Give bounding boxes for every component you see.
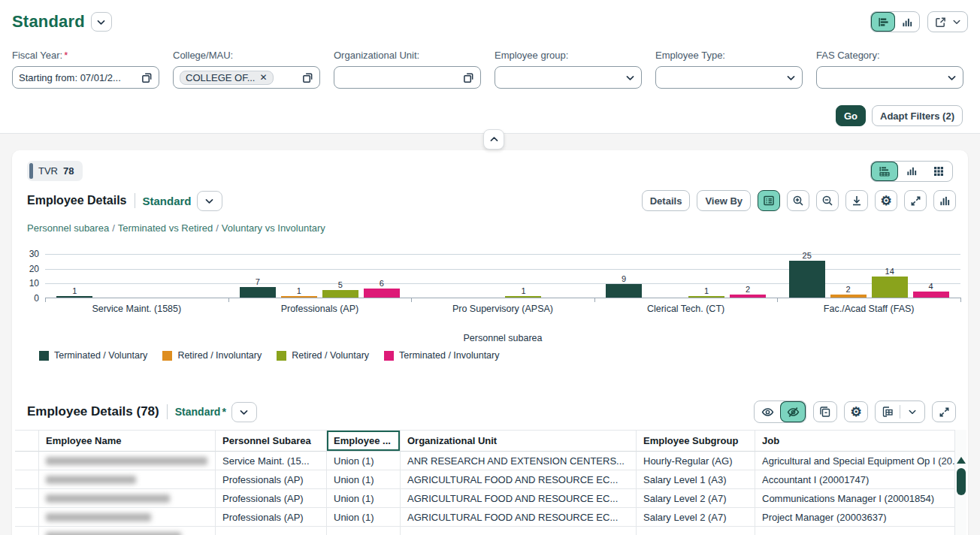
table-variant-chevron-button[interactable]	[231, 402, 257, 422]
collapse-header-button[interactable]	[483, 129, 504, 150]
toggle-legend-button[interactable]	[758, 190, 780, 211]
hide-details-button[interactable]	[780, 401, 806, 422]
chart-bar[interactable]	[240, 287, 276, 298]
filter-token[interactable]: COLLEGE OF...✕	[180, 71, 274, 85]
chart-settings-button[interactable]: ⚙	[875, 190, 897, 211]
row-selector-cell[interactable]	[15, 508, 39, 527]
column-header-employee-name[interactable]: Employee Name	[39, 430, 216, 452]
column-header-job[interactable]: Job	[755, 430, 966, 452]
filter-input-employee-type[interactable]	[655, 66, 803, 89]
x-axis-tick	[594, 298, 595, 302]
chart-bar[interactable]	[606, 284, 642, 298]
horizontal-bars-view-button[interactable]	[871, 12, 895, 32]
column-header-employee[interactable]: Employee ...	[327, 430, 401, 452]
table-row[interactable]: Professionals (AP)Union (1)AGRICULTURAL …	[15, 470, 966, 489]
chart-bar[interactable]	[364, 289, 400, 298]
copy-button[interactable]	[813, 401, 837, 422]
filter-input-employee-group[interactable]	[495, 66, 642, 89]
download-button[interactable]	[845, 190, 868, 211]
token-close-icon[interactable]: ✕	[259, 72, 267, 83]
table-cell: Professionals (AP)	[216, 508, 327, 527]
chart-bar[interactable]	[913, 292, 949, 298]
breadcrumb-link[interactable]: Personnel subarea	[27, 222, 109, 234]
vertical-bars-view-button[interactable]	[895, 12, 919, 32]
table-row[interactable]: Professionals (AP)Union (1)AGRICULTURAL …	[15, 489, 966, 508]
table-variant-name[interactable]: Standard*	[175, 406, 226, 418]
view-by-button[interactable]: View By	[697, 190, 751, 211]
row-selector-header[interactable]	[15, 430, 39, 452]
value-help-icon[interactable]	[302, 72, 313, 83]
page-variant-chevron-button[interactable]	[91, 12, 112, 32]
column-header-employee-subgroup[interactable]: Employee Subgroup	[637, 430, 755, 452]
table-cell: Union (1)	[327, 470, 401, 489]
chart-bar-value-label: 2	[730, 285, 766, 294]
chart-bar[interactable]	[322, 290, 358, 298]
chevron-down-icon[interactable]	[947, 73, 957, 83]
row-selector-cell[interactable]	[15, 470, 39, 489]
chart-type-button[interactable]	[933, 190, 956, 211]
chart-bar[interactable]	[281, 296, 317, 298]
tvr-tab-chip[interactable]: TVR 78	[27, 161, 83, 181]
adapt-filters-button[interactable]: Adapt Filters (2)	[872, 105, 963, 126]
table-cell: Professionals (AP)	[216, 489, 327, 508]
table-row[interactable]: Service Maint. (15...Union (1)ANR RESEAR…	[15, 452, 966, 470]
row-selector-cell[interactable]	[15, 452, 39, 470]
column-header-organizational-unit[interactable]: Organizational Unit	[401, 430, 637, 452]
scroll-up-arrow-icon[interactable]	[957, 457, 966, 464]
go-button[interactable]: Go	[836, 105, 866, 126]
y-axis-tick-label: 10	[18, 278, 39, 289]
chart-group: 7156	[228, 254, 412, 298]
show-details-button[interactable]	[755, 401, 780, 422]
details-button[interactable]: Details	[642, 190, 691, 211]
filter-input-fiscal-year[interactable]: Starting from: 07/01/2...	[12, 66, 159, 89]
legend-item[interactable]: Retired / Voluntary	[277, 350, 369, 361]
table-settings-button[interactable]: ⚙	[844, 401, 868, 422]
filter-input-organizational-unit[interactable]	[334, 66, 481, 89]
value-help-icon[interactable]	[141, 72, 153, 83]
cell-employee-name	[39, 470, 216, 489]
table-scrollbar[interactable]	[954, 430, 966, 535]
legend-item[interactable]: Terminated / Voluntary	[39, 350, 147, 361]
chart-bar[interactable]	[688, 296, 724, 298]
value-help-icon[interactable]	[463, 72, 474, 83]
fullscreen-button[interactable]	[904, 190, 927, 211]
chart-only-view-button[interactable]	[898, 162, 925, 181]
chart-and-table-view-button[interactable]	[871, 162, 898, 181]
export-button[interactable]	[876, 401, 900, 422]
chart-variant-chevron-button[interactable]	[197, 191, 222, 211]
legend-item[interactable]: Terminated / Involuntary	[384, 350, 499, 361]
legend-item[interactable]: Retired / Involuntary	[162, 350, 262, 361]
zoom-out-button[interactable]	[816, 190, 839, 211]
chart-bar-slot: 1	[281, 254, 317, 298]
chart-bar[interactable]	[730, 295, 766, 298]
breadcrumb-link[interactable]: Terminated vs Retired	[118, 222, 213, 234]
zoom-in-button[interactable]	[787, 190, 809, 211]
chart-variant-name[interactable]: Standard	[143, 195, 192, 207]
table-row[interactable]: Professionals (AP)Union (1)AGRICULTURAL …	[15, 508, 966, 527]
bar-chart-icon	[939, 195, 951, 207]
chart-bar[interactable]	[505, 296, 541, 298]
filter-input-college-mau[interactable]: COLLEGE OF...✕	[173, 66, 320, 89]
chevron-down-icon[interactable]	[786, 73, 796, 83]
row-selector-cell[interactable]	[15, 489, 39, 508]
filter-input-fas-category[interactable]	[816, 66, 963, 89]
table-cell: Agricultural and Special Equipment Op I …	[755, 452, 966, 470]
breadcrumb-link[interactable]: Voluntary vs Involuntary	[222, 222, 325, 234]
chevron-down-icon[interactable]	[625, 73, 635, 83]
chart-bar-value-label: 6	[364, 279, 400, 288]
tab-chip-count: 78	[63, 165, 74, 177]
export-menu-chevron-button[interactable]	[900, 401, 924, 422]
table-fullscreen-button[interactable]	[932, 401, 956, 422]
row-selector-cell[interactable]	[15, 527, 39, 535]
scrollbar-thumb[interactable]	[957, 468, 966, 495]
column-header-personnel-subarea[interactable]: Personnel Subarea	[216, 430, 327, 452]
table-row[interactable]	[15, 527, 966, 535]
table-cell: Union (1)	[327, 508, 401, 527]
chart-bar[interactable]	[56, 296, 92, 298]
table-only-view-button[interactable]	[925, 162, 952, 181]
chart-bar[interactable]	[789, 261, 825, 298]
share-menu-button[interactable]	[927, 11, 968, 32]
chart-bar-value-label: 1	[56, 286, 92, 295]
chart-bar[interactable]	[830, 295, 867, 298]
chart-bar[interactable]	[872, 277, 908, 298]
